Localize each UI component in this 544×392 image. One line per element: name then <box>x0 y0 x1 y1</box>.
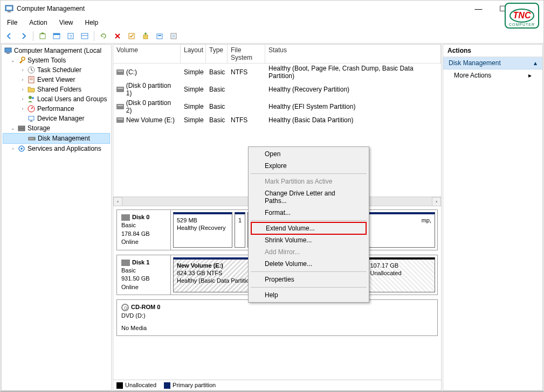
menu-action[interactable]: Action <box>27 18 49 27</box>
expander-icon[interactable]: › <box>20 87 25 92</box>
context-menu: Open Explore Mark Partition as Active Ch… <box>248 146 369 303</box>
expander-icon[interactable]: › <box>20 96 25 102</box>
tools-icon <box>17 56 26 65</box>
ctx-extend-volume[interactable]: Extend Volume... <box>251 222 367 235</box>
tnc-logo: TNC COMPUTER <box>505 3 539 29</box>
tree-services[interactable]: › Services and Applications <box>3 144 110 153</box>
computer-icon <box>4 46 12 55</box>
tree-performance[interactable]: › Performance <box>3 104 110 114</box>
col-filesystem[interactable]: File System <box>228 45 265 63</box>
disk-mgmt-icon <box>27 134 36 143</box>
ctx-format[interactable]: Format... <box>250 207 368 219</box>
actions-more-actions[interactable]: More Actions ▸ <box>443 69 542 81</box>
volume-row[interactable]: (Disk 0 partition 1) Simple Basic Health… <box>113 81 441 98</box>
tree-local-users[interactable]: › Local Users and Groups <box>3 94 110 104</box>
disk-0-info: Disk 0 Basic 178.84 GB Online <box>117 210 171 250</box>
tb-icon-8[interactable] <box>140 30 152 42</box>
svg-text:?: ? <box>69 34 72 39</box>
disk0-partition-1[interactable]: 529 MB Healthy (Recovery <box>173 212 232 248</box>
tb-help-icon[interactable]: ? <box>65 30 77 42</box>
scroll-right-button[interactable]: › <box>432 197 441 206</box>
svg-rect-13 <box>157 34 162 39</box>
col-volume[interactable]: Volume <box>113 45 181 63</box>
expander-icon[interactable]: › <box>20 77 25 82</box>
ctx-explore[interactable]: Explore <box>250 160 368 172</box>
tb-icon-9[interactable] <box>154 30 166 42</box>
tree-root[interactable]: Computer Management (Local <box>3 46 110 55</box>
scroll-left-button[interactable]: ‹ <box>113 197 122 206</box>
cdrom-info: CD-ROM 0 DVD (D:) No Media <box>117 300 437 335</box>
expander-icon[interactable]: › <box>10 146 16 151</box>
menu-view[interactable]: View <box>57 18 75 27</box>
legend: Unallocated Primary partition <box>113 380 441 390</box>
actions-pane: Actions Disk Management ▴ More Actions ▸ <box>443 44 543 391</box>
cdrom-row[interactable]: CD-ROM 0 DVD (D:) No Media <box>116 299 438 336</box>
ctx-mark-active: Mark Partition as Active <box>250 176 368 187</box>
svg-rect-4 <box>40 34 45 39</box>
svg-point-24 <box>29 96 32 99</box>
svg-rect-2 <box>8 11 11 12</box>
ctx-help[interactable]: Help <box>250 289 368 301</box>
tree-device-manager[interactable]: Device Manager <box>3 114 110 123</box>
back-button[interactable] <box>4 30 16 42</box>
navigation-tree[interactable]: Computer Management (Local ⌄ System Tool… <box>1 44 112 391</box>
ctx-delete-volume[interactable]: Delete Volume... <box>250 258 368 270</box>
svg-rect-6 <box>53 33 60 35</box>
device-icon <box>27 114 36 123</box>
app-icon <box>5 4 13 13</box>
tb-icon-4[interactable] <box>79 30 91 42</box>
tb-icon-2[interactable] <box>51 30 63 42</box>
disk0-partition-2[interactable]: 1 <box>235 212 245 248</box>
expander-icon[interactable]: › <box>20 67 25 73</box>
tb-icon-1[interactable] <box>37 30 49 42</box>
actions-section-disk-management[interactable]: Disk Management ▴ <box>443 57 542 69</box>
svg-point-25 <box>32 97 34 99</box>
ctx-change-letter[interactable]: Change Drive Letter and Paths... <box>250 187 368 207</box>
minimize-button[interactable]: — <box>466 1 491 17</box>
event-icon <box>27 75 36 84</box>
svg-rect-27 <box>29 116 34 120</box>
tree-disk-management[interactable]: Disk Management <box>3 133 110 144</box>
col-type[interactable]: Type <box>206 45 228 63</box>
expander-icon[interactable]: › <box>20 106 25 111</box>
cdrom-icon <box>121 304 129 311</box>
tree-shared-folders[interactable]: › Shared Folders <box>3 85 110 94</box>
volume-row[interactable]: (Disk 0 partition 2) Simple Basic Health… <box>113 98 441 115</box>
expander-icon[interactable]: ⌄ <box>10 125 16 131</box>
tree-storage[interactable]: ⌄ Storage <box>3 123 110 133</box>
tb-icon-10[interactable] <box>168 30 180 42</box>
window-titlebar: Computer Management — ☐ ✕ <box>1 1 543 17</box>
menu-help[interactable]: Help <box>83 18 101 27</box>
services-icon <box>17 144 26 153</box>
tree-event-viewer[interactable]: › Event Viewer <box>3 75 110 85</box>
ctx-shrink-volume[interactable]: Shrink Volume... <box>250 234 368 246</box>
legend-unallocated-box <box>116 382 123 389</box>
volume-row[interactable]: (C:) Simple Basic NTFS Healthy (Boot, Pa… <box>113 64 441 81</box>
ctx-open[interactable]: Open <box>250 148 368 160</box>
svg-rect-12 <box>143 35 148 39</box>
col-status[interactable]: Status <box>265 45 441 63</box>
tb-refresh-icon[interactable] <box>98 30 109 42</box>
col-layout[interactable]: Layout <box>181 45 206 63</box>
svg-rect-28 <box>30 121 32 122</box>
disk-icon <box>121 214 130 221</box>
ctx-add-mirror: Add Mirror... <box>250 246 368 258</box>
menu-file[interactable]: File <box>5 18 19 27</box>
folder-icon <box>27 85 36 94</box>
forward-button[interactable] <box>18 30 30 42</box>
ctx-properties[interactable]: Properties <box>250 274 368 285</box>
toolbar: ? <box>1 29 543 44</box>
svg-point-34 <box>20 148 23 150</box>
tree-task-scheduler[interactable]: › Task Scheduler <box>3 65 110 75</box>
svg-point-19 <box>22 57 25 60</box>
tb-check-icon[interactable] <box>126 30 137 42</box>
tree-system-tools[interactable]: ⌄ System Tools <box>3 55 110 65</box>
disk1-unallocated[interactable]: 107.17 GB Unallocated <box>367 257 436 293</box>
disk-1-info: Disk 1 Basic 931.50 GB Online <box>117 255 171 295</box>
tb-delete-icon[interactable] <box>112 30 123 42</box>
svg-rect-16 <box>172 34 175 38</box>
expander-icon[interactable]: ⌄ <box>10 58 16 63</box>
svg-rect-18 <box>6 53 10 54</box>
svg-rect-30 <box>18 129 25 131</box>
volume-row[interactable]: New Volume (E:) Simple Basic NTFS Health… <box>113 115 441 125</box>
